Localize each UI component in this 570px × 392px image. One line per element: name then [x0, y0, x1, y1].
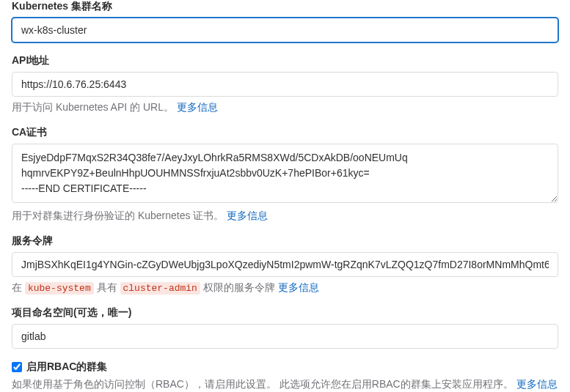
service-token-code-ks: kube-system [25, 282, 94, 295]
ca-cert-label: CA证书 [12, 126, 558, 139]
api-url-more-link[interactable]: 更多信息 [177, 101, 218, 113]
cluster-name-input[interactable] [12, 18, 558, 42]
service-token-input[interactable] [12, 252, 558, 277]
ca-cert-group: CA证书 用于对群集进行身份验证的 Kubernetes 证书。 更多信息 [12, 126, 558, 223]
api-url-input[interactable] [12, 72, 558, 97]
ca-cert-more-link[interactable]: 更多信息 [227, 210, 268, 221]
rbac-more-link[interactable]: 更多信息 [516, 378, 558, 390]
rbac-row: 启用RBAC的群集 [12, 360, 558, 374]
service-token-hint-suf: 权限的服务令牌 [203, 281, 275, 293]
namespace-input[interactable] [12, 324, 558, 349]
service-token-hint-pre: 在 [12, 281, 22, 293]
api-url-hint: 用于访问 Kubernetes API 的 URL。 更多信息 [12, 101, 558, 114]
rbac-hint-text: 如果使用基于角色的访问控制（RBAC），请启用此设置。 此选项允许您在启用RBA… [12, 378, 514, 390]
rbac-checkbox[interactable] [12, 362, 22, 372]
namespace-label: 项目命名空间(可选，唯一) [12, 306, 558, 319]
ca-cert-textarea[interactable] [12, 144, 558, 203]
namespace-group: 项目命名空间(可选，唯一) [12, 306, 558, 349]
cluster-name-group: Kubernetes 集群名称 [12, 0, 558, 42]
service-token-code-ca: cluster-admin [120, 282, 200, 295]
api-url-label: API地址 [12, 54, 558, 67]
service-token-hint-mid: 具有 [97, 281, 117, 293]
ca-cert-hint-text: 用于对群集进行身份验证的 Kubernetes 证书。 [12, 210, 224, 221]
ca-cert-hint: 用于对群集进行身份验证的 Kubernetes 证书。 更多信息 [12, 210, 558, 223]
api-url-group: API地址 用于访问 Kubernetes API 的 URL。 更多信息 [12, 54, 558, 114]
service-token-more-link[interactable]: 更多信息 [278, 281, 319, 293]
rbac-label: 启用RBAC的群集 [26, 360, 107, 374]
rbac-hint: 如果使用基于角色的访问控制（RBAC），请启用此设置。 此选项允许您在启用RBA… [12, 378, 558, 391]
service-token-group: 服务令牌 在 kube-system 具有 cluster-admin 权限的服… [12, 234, 558, 295]
cluster-name-label: Kubernetes 集群名称 [12, 0, 558, 13]
service-token-hint: 在 kube-system 具有 cluster-admin 权限的服务令牌 更… [12, 281, 558, 295]
service-token-label: 服务令牌 [12, 234, 558, 248]
api-url-hint-text: 用于访问 Kubernetes API 的 URL。 [12, 101, 174, 113]
rbac-group: 启用RBAC的群集 如果使用基于角色的访问控制（RBAC），请启用此设置。 此选… [12, 360, 558, 391]
